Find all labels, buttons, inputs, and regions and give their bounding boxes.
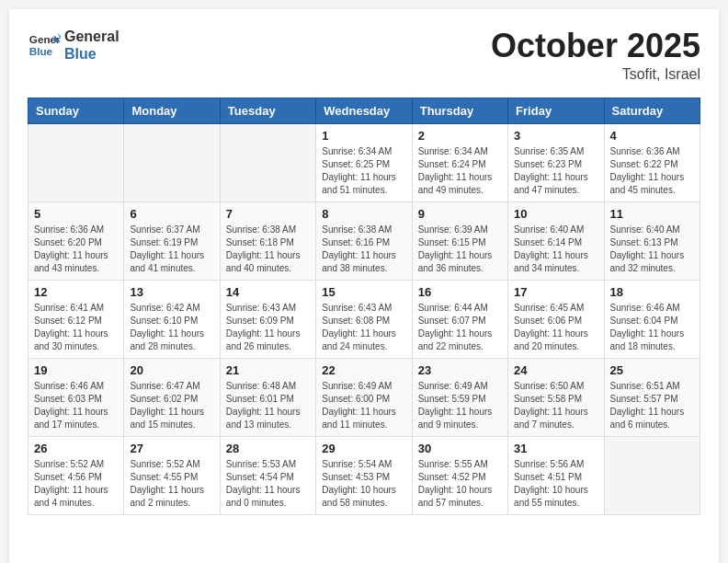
day-cell: 15Sunrise: 6:43 AM Sunset: 6:08 PM Dayli… <box>316 280 412 358</box>
day-number: 5 <box>34 207 118 221</box>
day-number: 16 <box>418 285 502 299</box>
day-number: 10 <box>514 207 597 221</box>
weekday-header-tuesday: Tuesday <box>220 98 315 123</box>
day-cell: 27Sunrise: 5:52 AM Sunset: 4:55 PM Dayli… <box>124 436 220 514</box>
calendar-container: General Blue General Blue October 2025 T… <box>9 9 719 563</box>
day-info: Sunrise: 6:51 AM Sunset: 5:57 PM Dayligh… <box>610 380 694 431</box>
weekday-header-monday: Monday <box>124 98 220 123</box>
day-info: Sunrise: 5:53 AM Sunset: 4:54 PM Dayligh… <box>226 458 310 510</box>
day-cell: 28Sunrise: 5:53 AM Sunset: 4:54 PM Dayli… <box>220 436 315 514</box>
day-cell: 20Sunrise: 6:47 AM Sunset: 6:02 PM Dayli… <box>124 358 220 436</box>
day-number: 7 <box>226 207 310 221</box>
day-info: Sunrise: 6:37 AM Sunset: 6:19 PM Dayligh… <box>130 224 213 275</box>
day-number: 23 <box>418 363 502 377</box>
logo-general-text: General <box>64 28 119 45</box>
day-info: Sunrise: 6:38 AM Sunset: 6:18 PM Dayligh… <box>226 224 310 275</box>
day-info: Sunrise: 6:36 AM Sunset: 6:20 PM Dayligh… <box>34 224 118 275</box>
header: General Blue General Blue October 2025 T… <box>28 28 700 83</box>
day-info: Sunrise: 6:46 AM Sunset: 6:03 PM Dayligh… <box>34 380 118 431</box>
svg-text:Blue: Blue <box>29 45 53 57</box>
day-info: Sunrise: 6:48 AM Sunset: 6:01 PM Dayligh… <box>226 380 310 431</box>
title-block: October 2025 Tsofit, Israel <box>491 28 700 83</box>
day-info: Sunrise: 6:39 AM Sunset: 6:15 PM Dayligh… <box>418 224 502 275</box>
day-cell: 13Sunrise: 6:42 AM Sunset: 6:10 PM Dayli… <box>124 280 220 358</box>
day-number: 26 <box>34 442 118 455</box>
day-cell: 21Sunrise: 6:48 AM Sunset: 6:01 PM Dayli… <box>220 358 315 436</box>
weekday-header-row: SundayMondayTuesdayWednesdayThursdayFrid… <box>28 98 700 123</box>
day-cell: 7Sunrise: 6:38 AM Sunset: 6:18 PM Daylig… <box>220 201 315 280</box>
day-info: Sunrise: 6:36 AM Sunset: 6:22 PM Dayligh… <box>610 145 694 197</box>
day-cell: 2Sunrise: 6:34 AM Sunset: 6:24 PM Daylig… <box>412 123 507 201</box>
day-number: 24 <box>514 363 597 377</box>
day-number: 19 <box>34 363 118 377</box>
day-info: Sunrise: 5:52 AM Sunset: 4:55 PM Dayligh… <box>130 458 213 510</box>
day-number: 30 <box>418 442 502 455</box>
day-number: 29 <box>322 442 405 455</box>
day-cell: 29Sunrise: 5:54 AM Sunset: 4:53 PM Dayli… <box>316 436 412 514</box>
week-row-3: 12Sunrise: 6:41 AM Sunset: 6:12 PM Dayli… <box>28 280 700 358</box>
day-info: Sunrise: 5:56 AM Sunset: 4:51 PM Dayligh… <box>514 458 597 510</box>
day-number: 12 <box>34 285 118 299</box>
day-info: Sunrise: 6:45 AM Sunset: 6:06 PM Dayligh… <box>514 302 597 353</box>
day-info: Sunrise: 6:43 AM Sunset: 6:08 PM Dayligh… <box>322 302 405 353</box>
weekday-header-wednesday: Wednesday <box>316 98 412 123</box>
day-cell: 18Sunrise: 6:46 AM Sunset: 6:04 PM Dayli… <box>604 280 700 358</box>
day-cell: 25Sunrise: 6:51 AM Sunset: 5:57 PM Dayli… <box>604 358 700 436</box>
calendar-grid: SundayMondayTuesdayWednesdayThursdayFrid… <box>28 98 700 515</box>
day-number: 2 <box>418 129 502 143</box>
week-row-1: 1Sunrise: 6:34 AM Sunset: 6:25 PM Daylig… <box>28 123 700 201</box>
day-cell: 9Sunrise: 6:39 AM Sunset: 6:15 PM Daylig… <box>412 201 507 280</box>
logo-blue-text: Blue <box>64 45 119 63</box>
day-number: 13 <box>130 285 213 299</box>
weekday-header-thursday: Thursday <box>412 98 507 123</box>
day-cell: 10Sunrise: 6:40 AM Sunset: 6:14 PM Dayli… <box>508 201 604 280</box>
day-number: 20 <box>130 363 213 377</box>
logo-icon: General Blue <box>28 29 61 62</box>
day-cell: 30Sunrise: 5:55 AM Sunset: 4:52 PM Dayli… <box>412 436 507 514</box>
day-cell: 14Sunrise: 6:43 AM Sunset: 6:09 PM Dayli… <box>220 280 315 358</box>
day-number: 1 <box>322 129 405 143</box>
day-info: Sunrise: 6:49 AM Sunset: 6:00 PM Dayligh… <box>322 380 405 431</box>
weekday-header-sunday: Sunday <box>28 98 124 123</box>
day-cell: 23Sunrise: 6:49 AM Sunset: 5:59 PM Dayli… <box>412 358 507 436</box>
day-cell: 26Sunrise: 5:52 AM Sunset: 4:56 PM Dayli… <box>28 436 124 514</box>
day-info: Sunrise: 6:40 AM Sunset: 6:13 PM Dayligh… <box>610 224 694 275</box>
day-number: 15 <box>322 285 405 299</box>
day-info: Sunrise: 6:42 AM Sunset: 6:10 PM Dayligh… <box>130 302 213 353</box>
day-info: Sunrise: 6:34 AM Sunset: 6:25 PM Dayligh… <box>322 145 405 197</box>
day-info: Sunrise: 6:49 AM Sunset: 5:59 PM Dayligh… <box>418 380 502 431</box>
day-cell: 12Sunrise: 6:41 AM Sunset: 6:12 PM Dayli… <box>28 280 124 358</box>
day-number: 28 <box>226 442 310 455</box>
day-number: 17 <box>514 285 597 299</box>
day-cell: 17Sunrise: 6:45 AM Sunset: 6:06 PM Dayli… <box>508 280 604 358</box>
day-cell: 11Sunrise: 6:40 AM Sunset: 6:13 PM Dayli… <box>604 201 700 280</box>
day-cell: 22Sunrise: 6:49 AM Sunset: 6:00 PM Dayli… <box>316 358 412 436</box>
day-number: 9 <box>418 207 502 221</box>
day-number: 22 <box>322 363 405 377</box>
day-number: 18 <box>610 285 694 299</box>
day-cell <box>220 123 315 201</box>
day-number: 27 <box>130 442 213 455</box>
day-cell: 31Sunrise: 5:56 AM Sunset: 4:51 PM Dayli… <box>508 436 604 514</box>
week-row-5: 26Sunrise: 5:52 AM Sunset: 4:56 PM Dayli… <box>28 436 700 514</box>
day-cell <box>604 436 700 514</box>
day-cell <box>124 123 220 201</box>
day-cell: 6Sunrise: 6:37 AM Sunset: 6:19 PM Daylig… <box>124 201 220 280</box>
day-cell: 16Sunrise: 6:44 AM Sunset: 6:07 PM Dayli… <box>412 280 507 358</box>
day-number: 25 <box>610 363 694 377</box>
day-info: Sunrise: 6:46 AM Sunset: 6:04 PM Dayligh… <box>610 302 694 353</box>
day-info: Sunrise: 6:40 AM Sunset: 6:14 PM Dayligh… <box>514 224 597 275</box>
day-info: Sunrise: 6:47 AM Sunset: 6:02 PM Dayligh… <box>130 380 213 431</box>
day-number: 8 <box>322 207 405 221</box>
day-number: 21 <box>226 363 310 377</box>
day-number: 31 <box>514 442 597 455</box>
day-cell: 3Sunrise: 6:35 AM Sunset: 6:23 PM Daylig… <box>508 123 604 201</box>
day-info: Sunrise: 6:50 AM Sunset: 5:58 PM Dayligh… <box>514 380 597 431</box>
day-info: Sunrise: 6:38 AM Sunset: 6:16 PM Dayligh… <box>322 224 405 275</box>
month-title: October 2025 <box>491 28 700 64</box>
day-number: 6 <box>130 207 213 221</box>
day-cell: 4Sunrise: 6:36 AM Sunset: 6:22 PM Daylig… <box>604 123 700 201</box>
day-cell <box>28 123 124 201</box>
day-info: Sunrise: 6:44 AM Sunset: 6:07 PM Dayligh… <box>418 302 502 353</box>
day-cell: 19Sunrise: 6:46 AM Sunset: 6:03 PM Dayli… <box>28 358 124 436</box>
